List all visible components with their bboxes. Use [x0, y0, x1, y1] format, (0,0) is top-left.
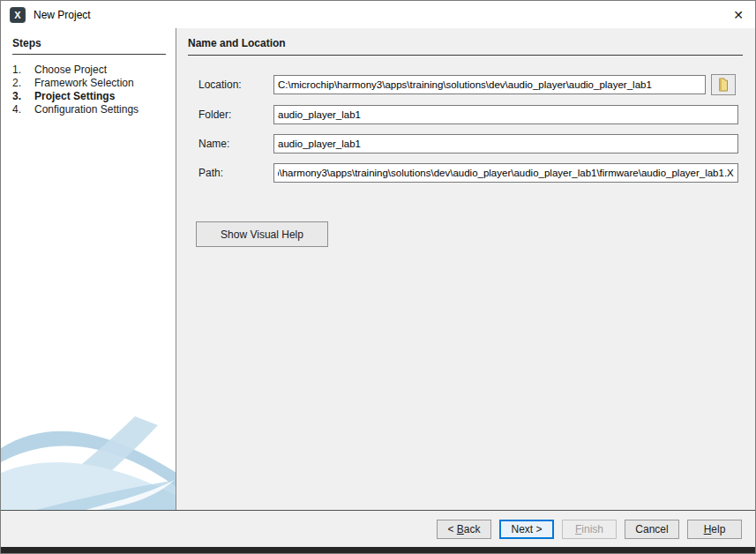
location-label: Location: — [198, 79, 273, 91]
location-row: Location: — [198, 74, 743, 95]
title-bar: X New Project ✕ — [1, 1, 755, 28]
step-label: Framework Selection — [34, 78, 134, 89]
steps-item-configuration-settings: 4. Configuration Settings — [1, 103, 176, 116]
next-button-label: Next > — [511, 523, 542, 535]
help-button-label: Help — [704, 523, 726, 535]
folder-row: Folder: — [198, 105, 743, 124]
path-row: Path: — [198, 163, 743, 183]
step-number: 2. — [12, 78, 34, 89]
path-input[interactable] — [273, 163, 738, 183]
step-label: Choose Project — [34, 64, 107, 76]
name-location-form: Location: Folder: Name: Path: — [188, 74, 743, 247]
mplabx-logo-icon: X — [10, 7, 26, 23]
location-input[interactable] — [273, 75, 706, 94]
new-project-dialog: { "window": { "title": "New Project", "i… — [0, 0, 756, 554]
back-button[interactable]: < Back — [437, 520, 491, 539]
step-number: 3. — [12, 91, 34, 102]
finish-button-label: Finish — [575, 523, 603, 535]
steps-list: 1. Choose Project 2. Framework Selection… — [1, 64, 176, 116]
step-number: 1. — [12, 64, 34, 76]
steps-panel: Steps 1. Choose Project 2. Framework Sel… — [1, 28, 176, 510]
steps-item-framework-selection: 2. Framework Selection — [1, 77, 176, 90]
next-button[interactable]: Next > — [499, 520, 554, 539]
page-title: Name and Location — [188, 37, 743, 56]
folder-label: Folder: — [198, 109, 273, 121]
name-label: Name: — [198, 138, 273, 150]
finish-button[interactable]: Finish — [562, 520, 617, 539]
window-title: New Project — [34, 9, 91, 21]
steps-item-project-settings: 3. Project Settings — [1, 90, 176, 103]
steps-item-choose-project: 1. Choose Project — [1, 64, 176, 77]
close-button[interactable]: ✕ — [722, 1, 755, 28]
browse-button[interactable] — [711, 74, 736, 95]
step-number: 4. — [12, 104, 34, 116]
step-label: Configuration Settings — [34, 104, 138, 116]
button-bar: < Back Next > Finish Cancel Help — [1, 511, 755, 547]
dialog-content: Steps 1. Choose Project 2. Framework Sel… — [1, 28, 755, 510]
swoosh-decoration — [1, 402, 176, 510]
window-bottom-edge — [1, 547, 755, 553]
steps-heading: Steps — [12, 37, 166, 55]
close-icon: ✕ — [733, 8, 744, 22]
cancel-button[interactable]: Cancel — [625, 520, 679, 539]
step-label: Project Settings — [34, 91, 115, 102]
name-input[interactable] — [273, 134, 738, 153]
name-row: Name: — [198, 134, 743, 153]
cancel-button-label: Cancel — [635, 523, 668, 535]
folder-icon — [717, 78, 730, 92]
back-button-label: < Back — [447, 523, 480, 535]
show-visual-help-button[interactable]: Show Visual Help — [196, 221, 328, 247]
folder-input[interactable] — [273, 105, 738, 124]
main-panel: Name and Location Location: Folder: Name… — [176, 28, 755, 510]
help-button[interactable]: Help — [687, 520, 742, 539]
path-label: Path: — [198, 167, 273, 179]
